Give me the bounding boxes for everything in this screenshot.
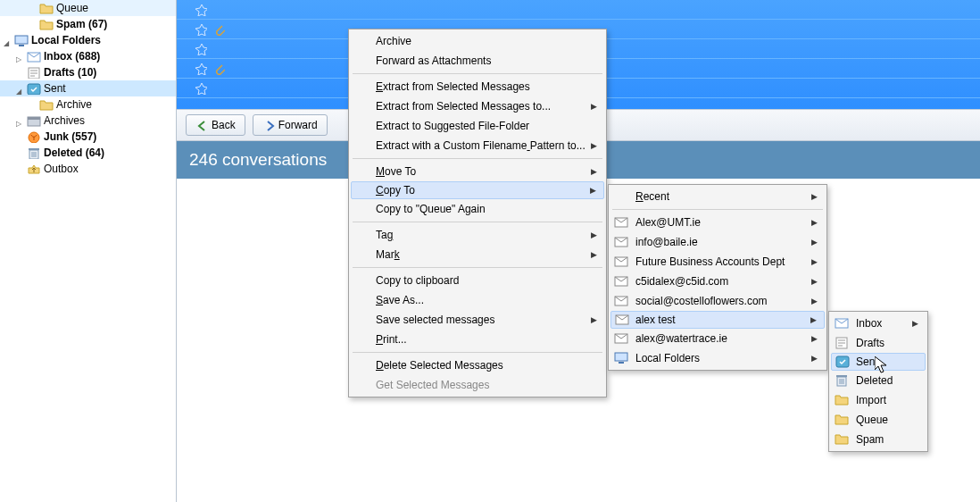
context-menu-accounts[interactable]: Recent▶Alex@UMT.ie▶info@baile.ie▶Future … — [608, 184, 827, 371]
menu-item-mark[interactable]: Mark▶ — [351, 245, 604, 264]
menu-item-label: Copy to clipboard — [376, 274, 459, 287]
submenu-arrow-icon: ▶ — [591, 315, 597, 324]
computer-icon — [614, 351, 628, 365]
star-icon[interactable] — [195, 63, 207, 75]
account-item-info-baile-ie[interactable]: info@baile.ie▶ — [610, 232, 825, 252]
twisty-icon[interactable] — [4, 36, 12, 45]
account-item-c5idalex-c5id-com[interactable]: c5idalex@c5id.com▶ — [610, 272, 825, 291]
mail-icon — [614, 235, 628, 249]
folder-icon — [39, 98, 54, 111]
menu-item-tag[interactable]: Tag▶ — [351, 225, 604, 245]
submenu-arrow-icon: ▶ — [591, 102, 597, 111]
tree-item-sent[interactable]: Sent — [0, 80, 176, 96]
menu-item-label: Inbox — [856, 317, 882, 330]
folder-item-import[interactable]: Import — [831, 390, 926, 410]
account-item-future-business-accounts-dept[interactable]: Future Business Accounts Dept▶ — [610, 252, 825, 272]
account-item-alex-umt-ie[interactable]: Alex@UMT.ie▶ — [610, 213, 825, 232]
tree-item-spam-67-[interactable]: Spam (67) — [0, 16, 176, 32]
submenu-arrow-icon: ▶ — [591, 167, 597, 176]
menu-item-label: Extract with a Custom Filename Pattern t… — [376, 139, 586, 152]
tree-item-archive[interactable]: Archive — [0, 96, 176, 113]
menu-item-label: Deleted — [856, 374, 893, 387]
menu-item-label: Mark — [376, 248, 400, 261]
tree-item-deleted-64-[interactable]: Deleted (64) — [0, 145, 176, 161]
context-menu-folders[interactable]: Inbox▶DraftsSentDeletedImportQueueSpam — [828, 311, 928, 452]
menu-item-label: Print... — [376, 333, 407, 346]
folder-item-inbox[interactable]: Inbox▶ — [831, 314, 926, 333]
account-item-alex-watertrace-ie[interactable]: alex@watertrace.ie▶ — [610, 329, 825, 348]
tree-item-archives[interactable]: Archives — [0, 113, 176, 129]
star-icon[interactable] — [195, 23, 207, 36]
tree-item-queue[interactable]: Queue — [0, 0, 176, 16]
account-item-local-folders[interactable]: Local Folders▶ — [610, 348, 825, 368]
mail-icon — [615, 313, 629, 327]
message-row[interactable] — [177, 0, 980, 20]
submenu-arrow-icon: ▶ — [811, 334, 818, 343]
account-item-social-costelloflowers-com[interactable]: social@costelloflowers.com▶ — [610, 291, 825, 311]
menu-item-label: Local Folders — [635, 352, 700, 364]
menu-item-delete-selected-messages[interactable]: Delete Selected Messages — [351, 356, 604, 375]
menu-item-save-selected-messages[interactable]: Save selected messages▶ — [351, 310, 604, 330]
menu-item-label: Get Selected Messages — [376, 379, 489, 391]
menu-item-label: Save As... — [376, 294, 424, 306]
conversation-count: 246 conversations — [189, 150, 327, 170]
menu-item-save-as-[interactable]: Save As... — [351, 290, 604, 310]
menu-item-extract-from-selected-messages-to-[interactable]: Extract from Selected Messages to...▶ — [351, 96, 604, 116]
star-icon[interactable] — [195, 43, 207, 55]
folder-item-drafts[interactable]: Drafts — [831, 333, 926, 353]
tree-item-local-folders[interactable]: Local Folders — [0, 32, 176, 48]
account-item-alex-test[interactable]: alex test▶ — [610, 311, 825, 329]
submenu-arrow-icon: ▶ — [811, 257, 818, 266]
context-menu-main[interactable]: ArchiveForward as AttachmentsExtract fro… — [348, 29, 607, 397]
menu-item-print-[interactable]: Print... — [351, 330, 604, 349]
submenu-arrow-icon: ▶ — [811, 297, 818, 305]
menu-item-label: Extract from Selected Messages to... — [376, 100, 551, 113]
menu-item-forward-as-attachments[interactable]: Forward as Attachments — [351, 51, 604, 71]
menu-item-label: Future Business Accounts Dept — [635, 255, 785, 268]
menu-item-label: Drafts — [856, 337, 884, 349]
menu-item-move-to[interactable]: Move To▶ — [351, 162, 604, 181]
back-arrow-icon — [195, 119, 208, 131]
tree-item-outbox[interactable]: Outbox — [0, 161, 176, 177]
twisty-icon — [16, 132, 25, 141]
menu-separator — [353, 267, 602, 268]
menu-item-label: Copy to "Queue" Again — [376, 203, 486, 215]
menu-item-copy-to-queue-again[interactable]: Copy to "Queue" Again — [351, 199, 604, 219]
twisty-icon[interactable] — [16, 116, 25, 125]
back-label: Back — [212, 119, 236, 131]
menu-item-archive[interactable]: Archive — [351, 31, 604, 51]
tree-item-drafts-10-[interactable]: Drafts (10) — [0, 64, 176, 80]
back-button[interactable]: Back — [186, 114, 245, 136]
tree-item-junk-557-[interactable]: Junk (557) — [0, 129, 176, 145]
folder-icon — [835, 393, 849, 407]
archives-icon — [27, 114, 41, 127]
account-item-recent[interactable]: Recent▶ — [610, 187, 825, 206]
twisty-icon — [16, 68, 25, 77]
sent-icon — [27, 82, 41, 95]
forward-button[interactable]: Forward — [253, 114, 328, 136]
inbox-icon — [27, 50, 41, 63]
folder-item-queue[interactable]: Queue — [831, 410, 926, 430]
tree-item-label: Outbox — [44, 163, 79, 175]
queue-icon — [39, 2, 54, 14]
twisty-icon[interactable] — [16, 52, 25, 61]
menu-item-label: Extract to Suggested File-Folder — [376, 120, 529, 132]
submenu-arrow-icon: ▶ — [591, 250, 597, 259]
star-icon[interactable] — [195, 82, 207, 95]
menu-item-label: Copy To — [376, 184, 415, 197]
menu-item-label: c5idalex@c5id.com — [635, 275, 728, 288]
twisty-icon[interactable] — [16, 84, 25, 93]
tree-item-inbox-688-[interactable]: Inbox (688) — [0, 48, 176, 64]
menu-item-extract-from-selected-messages[interactable]: Extract from Selected Messages — [351, 77, 604, 96]
submenu-arrow-icon: ▶ — [811, 238, 818, 247]
tree-item-label: Inbox (688) — [44, 50, 100, 63]
inbox-icon — [835, 316, 849, 330]
star-icon[interactable] — [195, 4, 207, 16]
menu-item-copy-to-clipboard[interactable]: Copy to clipboard — [351, 271, 604, 290]
tree-item-label: Archives — [44, 114, 85, 127]
menu-item-extract-with-a-custom-filename-pattern-to-[interactable]: Extract with a Custom Filename Pattern t… — [351, 136, 604, 155]
folder-item-spam[interactable]: Spam — [831, 430, 926, 449]
menu-item-copy-to[interactable]: Copy To▶ — [351, 181, 604, 199]
twisty-icon — [16, 148, 25, 157]
menu-item-extract-to-suggested-file-folder[interactable]: Extract to Suggested File-Folder — [351, 116, 604, 136]
